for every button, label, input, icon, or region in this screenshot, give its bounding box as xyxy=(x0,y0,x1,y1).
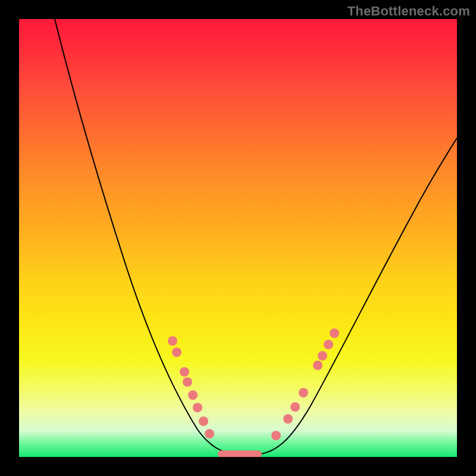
dot xyxy=(183,377,192,387)
bottleneck-curve xyxy=(55,19,457,455)
chart-svg xyxy=(19,19,457,457)
dot xyxy=(193,403,202,412)
dot xyxy=(324,340,333,349)
chart-frame: TheBottleneck.com xyxy=(0,0,476,476)
dot xyxy=(180,367,189,377)
dot xyxy=(205,429,214,439)
dot xyxy=(172,347,181,357)
dot xyxy=(199,416,208,426)
watermark-text: TheBottleneck.com xyxy=(347,4,470,19)
dot xyxy=(313,361,322,370)
dot xyxy=(318,351,327,361)
dot xyxy=(188,390,198,400)
marker-dots-right xyxy=(271,328,339,440)
plot-area xyxy=(19,19,457,457)
dot xyxy=(271,431,281,440)
dot xyxy=(168,336,177,346)
dot xyxy=(299,388,308,397)
dot xyxy=(283,414,293,424)
dot xyxy=(330,328,339,338)
dot xyxy=(290,402,300,412)
